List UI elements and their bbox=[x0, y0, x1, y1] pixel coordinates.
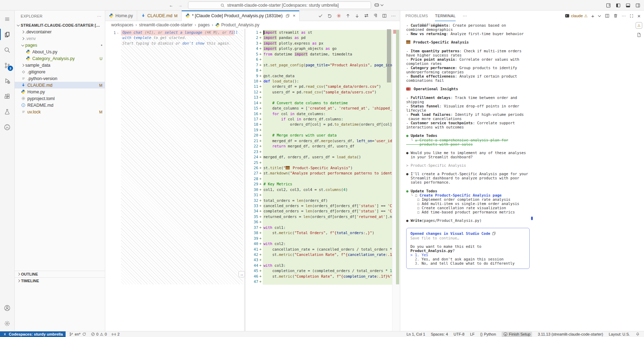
code-line[interactable]: 13+ bbox=[246, 95, 400, 100]
code-line[interactable]: 46+ st.metric("Completion Rate", f"{comp… bbox=[246, 274, 400, 279]
code-line[interactable]: 36+ bbox=[246, 219, 400, 225]
code-line[interactable]: 27+st.markdown("Analyze product performa… bbox=[246, 171, 400, 176]
diff-modified-pane[interactable]: 1+import streamlit as st2+import pandas … bbox=[246, 29, 400, 331]
tree-item[interactable]: .python-version bbox=[15, 75, 105, 82]
tree-item[interactable]: .gitignore bbox=[15, 68, 105, 75]
code-line[interactable]: 30+col1, col2, col3, col4 = st.columns(4… bbox=[246, 187, 400, 192]
activity-item-run-debug[interactable] bbox=[0, 73, 14, 88]
remote-indicator[interactable]: Codespaces: sturdy umbrella bbox=[0, 331, 66, 337]
status-item[interactable]: Finish Setup bbox=[502, 332, 532, 337]
breadcrumb-item[interactable]: streamlit-claude-code-starter bbox=[139, 22, 193, 27]
sidebar-section-outline[interactable]: OUTLINE bbox=[15, 271, 105, 277]
code-line[interactable]: 45+ completion_rate = (completed_orders … bbox=[246, 268, 400, 273]
terminal-output[interactable]: - Customer segments: Create personas bas… bbox=[400, 21, 633, 331]
diff-editor[interactable]: 1 - Open chat (⌘I), or select a language… bbox=[105, 29, 400, 331]
toggle-sidebar-left-icon[interactable] bbox=[616, 3, 621, 8]
diff-original-pane[interactable]: 1 - Open chat (⌘I), or select a language… bbox=[105, 29, 244, 331]
overview-ruler[interactable] bbox=[392, 29, 400, 331]
code-line[interactable]: 25+ bbox=[246, 160, 400, 165]
chevron-down-icon[interactable] bbox=[598, 14, 601, 18]
maximize-icon[interactable] bbox=[629, 14, 634, 18]
code-line[interactable]: 16+ for col in date_columns: bbox=[246, 111, 400, 117]
code-line[interactable]: 35+returned_orders = len(orders_df[order… bbox=[246, 214, 400, 219]
copilot-menu[interactable] bbox=[374, 2, 384, 8]
tree-item[interactable]: About_Us.py bbox=[15, 48, 105, 55]
code-line[interactable]: 2+import pandas as pd bbox=[246, 35, 400, 40]
activity-item-search[interactable] bbox=[0, 42, 14, 58]
code-line[interactable]: 39+ bbox=[246, 236, 400, 241]
code-line[interactable]: 26+st.title("📦 Product-Specific Analysis… bbox=[246, 165, 400, 171]
swap-icon[interactable] bbox=[364, 13, 369, 18]
status-item[interactable] bbox=[636, 332, 640, 336]
code-line[interactable]: 20+ # Merge orders with user data bbox=[246, 133, 400, 138]
split-terminal-icon[interactable] bbox=[605, 13, 610, 18]
status-item[interactable]: {}Python bbox=[480, 332, 496, 336]
terminal-instance-claude[interactable]: claude ⚠ bbox=[565, 13, 588, 18]
arrow-up-icon[interactable] bbox=[346, 13, 350, 18]
tree-item[interactable]: .devcontainer bbox=[15, 28, 105, 35]
editor-tab[interactable]: CLAUDE.mdM bbox=[137, 11, 182, 21]
code-line[interactable]: 7+st.set_page_config(page_title="Product… bbox=[246, 62, 400, 68]
code-line[interactable]: 29+# Key Metrics bbox=[246, 181, 400, 187]
branch-status[interactable]: en* bbox=[69, 332, 86, 336]
activity-item-explorer[interactable] bbox=[0, 27, 14, 42]
close-icon[interactable]: × bbox=[293, 13, 296, 18]
discard-icon[interactable] bbox=[327, 13, 332, 18]
code-line[interactable]: 31+ bbox=[246, 192, 400, 198]
add-terminal-icon[interactable]: + bbox=[591, 13, 594, 19]
panel-tab-problems[interactable]: PROBLEMS bbox=[405, 11, 428, 21]
tree-item[interactable]: Home.py bbox=[15, 88, 105, 95]
code-line[interactable]: 41+ cancellation_rate = (cancelled_order… bbox=[246, 247, 400, 252]
open-changes-icon[interactable] bbox=[286, 14, 290, 18]
more-icon[interactable]: ··· bbox=[391, 13, 396, 18]
status-item[interactable]: UTF-8 bbox=[454, 332, 464, 336]
tree-item[interactable]: pyproject.toml bbox=[15, 95, 105, 102]
code-line[interactable]: 40+with col2: bbox=[246, 241, 400, 246]
status-item[interactable]: Layout: U.S. bbox=[609, 332, 630, 336]
code-line[interactable]: 43+ bbox=[246, 257, 400, 263]
code-line[interactable]: 18+ orders_df[col] = pd.to_datetime(orde… bbox=[246, 122, 400, 127]
code-line[interactable]: 24+merged_df, orders_df, users_df = load… bbox=[246, 154, 400, 160]
code-line[interactable]: 34+completed_orders = len(orders_df[orde… bbox=[246, 209, 400, 214]
command-center-search[interactable]: streamlit-claude-code-starter [Codespace… bbox=[188, 1, 371, 9]
code-line[interactable]: 9+@st.cache_data bbox=[246, 73, 400, 79]
activity-item-account[interactable] bbox=[0, 300, 14, 316]
close-panel-icon[interactable]: × bbox=[637, 13, 640, 19]
ports-status[interactable]: 2 bbox=[112, 332, 120, 337]
editor-scrollbar[interactable] bbox=[387, 29, 391, 82]
code-line[interactable]: 15+ date_columns = ['created_at', 'retur… bbox=[246, 106, 400, 111]
dialog-option[interactable]: 3. No, and tell Claude what to do differ… bbox=[410, 261, 525, 265]
code-line[interactable]: 21+ merged_df = orders_df.merge(users_df… bbox=[246, 138, 400, 144]
toggle-sidebar-right-icon[interactable] bbox=[635, 3, 640, 8]
back-arrow-icon[interactable]: ← bbox=[169, 3, 173, 8]
code-line[interactable]: 33+cancelled_orders = len(orders_df[orde… bbox=[246, 203, 400, 209]
split-editor-icon[interactable] bbox=[382, 13, 387, 18]
toggle-panel-bottom-icon[interactable] bbox=[625, 3, 631, 8]
code-line[interactable]: 38+ st.metric("Total Orders", f"{total_o… bbox=[246, 230, 400, 236]
code-line[interactable]: 8+ bbox=[246, 68, 400, 73]
code-line[interactable]: 42+ st.metric("Cancellation Rate", f"{ca… bbox=[246, 252, 400, 257]
code-line[interactable]: 1+import streamlit as st bbox=[246, 30, 400, 35]
dialog-option[interactable]: > 1. Yes bbox=[410, 253, 525, 257]
burst-icon[interactable] bbox=[336, 13, 341, 18]
status-item[interactable]: 3.11.13 (streamlit-claude-code-starter) bbox=[538, 332, 603, 336]
code-line[interactable]: 17+ if col in orders_df.columns: bbox=[246, 117, 400, 122]
problems-status[interactable]: 0 ⚠ 0 bbox=[91, 332, 107, 337]
code-line[interactable]: 22+ return merged_df, orders_df, users_d… bbox=[246, 144, 400, 149]
diff-revert-arrow-button[interactable]: → bbox=[239, 271, 245, 277]
arrow-down-icon[interactable] bbox=[355, 13, 360, 18]
claude-warning-edge-icon[interactable]: ⚠ bbox=[636, 22, 642, 29]
activity-item-github[interactable] bbox=[0, 119, 14, 135]
code-line[interactable]: 44+with col3: bbox=[246, 263, 400, 268]
breadcrumb-item[interactable]: workspaces bbox=[111, 22, 133, 27]
code-line[interactable]: 47+ bbox=[246, 279, 400, 284]
editor-tab[interactable]: * [Claude Code] Product_Analysis.py (183… bbox=[182, 11, 300, 21]
activity-item-settings[interactable] bbox=[0, 316, 14, 331]
editor-tab[interactable]: Home.py bbox=[105, 11, 137, 21]
activity-item-extensions[interactable] bbox=[0, 88, 14, 104]
tree-item[interactable]: CLAUDE.mdM bbox=[15, 82, 105, 88]
tree-root[interactable]: STREAMLIT-CLAUDE-CODE-STARTER [CODESP... bbox=[15, 22, 105, 28]
tree-item[interactable]: Category_Analysis.pyU bbox=[15, 55, 105, 62]
activity-item-source-control[interactable]: 3 bbox=[0, 58, 14, 73]
forward-arrow-icon[interactable]: → bbox=[178, 3, 182, 8]
